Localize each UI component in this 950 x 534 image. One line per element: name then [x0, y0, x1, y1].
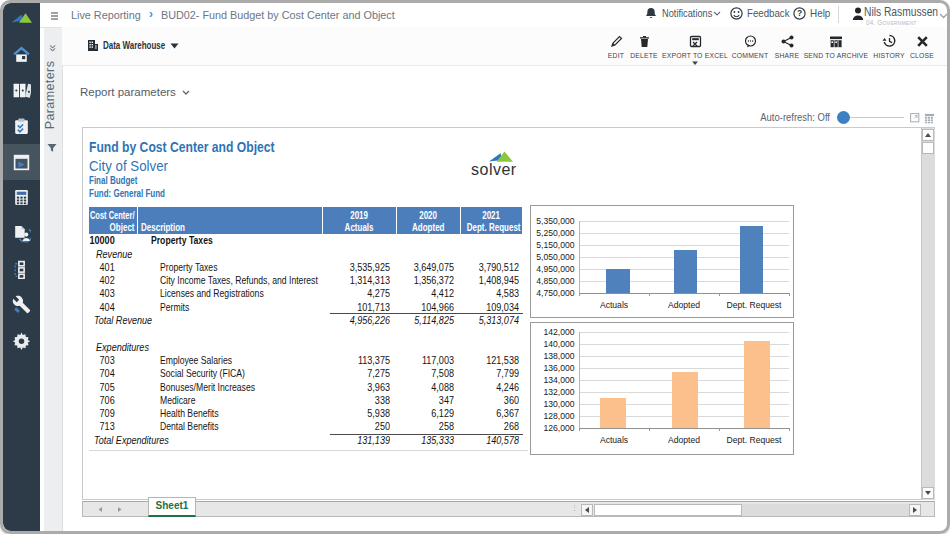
svg-text:solver: solver [471, 161, 517, 178]
svg-text:?: ? [797, 8, 802, 18]
